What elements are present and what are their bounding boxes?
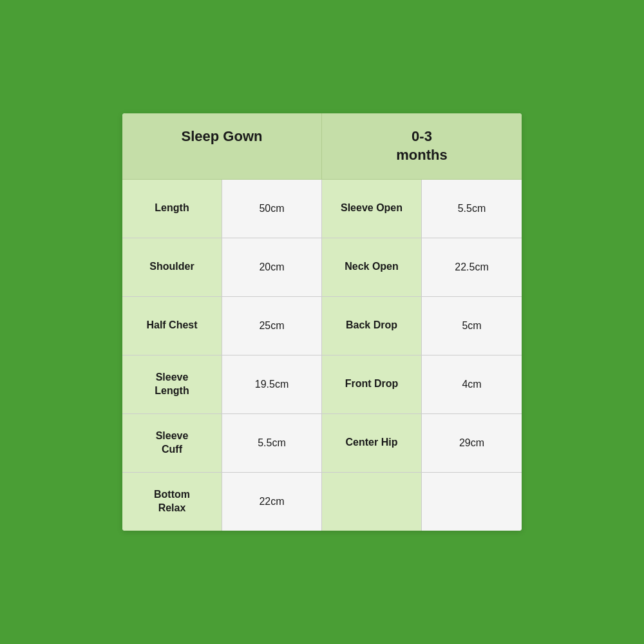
left-label: Length	[122, 180, 222, 238]
right-value: 5cm	[422, 297, 522, 355]
table-row: Bottom Relax22cm	[122, 473, 522, 531]
right-value: 5.5cm	[422, 180, 522, 238]
right-value	[422, 473, 522, 531]
table-row: Sleeve Length19.5cmFront Drop4cm	[122, 355, 522, 414]
left-value: 25cm	[222, 297, 322, 355]
table-row: Half Chest25cmBack Drop5cm	[122, 297, 522, 355]
right-label	[322, 473, 422, 531]
left-label: Sleeve Length	[122, 355, 222, 413]
left-value: 22cm	[222, 473, 322, 531]
left-value: 20cm	[222, 238, 322, 296]
right-label: Front Drop	[322, 355, 422, 413]
left-value: 50cm	[222, 180, 322, 238]
table-row: Sleeve Cuff5.5cmCenter Hip29cm	[122, 414, 522, 473]
right-value: 22.5cm	[422, 238, 522, 296]
right-value: 29cm	[422, 414, 522, 472]
right-value: 4cm	[422, 355, 522, 413]
size-chart-table: Sleep Gown 0-3 months Length50cmSleeve O…	[122, 113, 522, 530]
table-row: Shoulder20cmNeck Open22.5cm	[122, 238, 522, 297]
table-header: Sleep Gown 0-3 months	[122, 113, 522, 179]
right-label: Back Drop	[322, 297, 422, 355]
right-label: Neck Open	[322, 238, 422, 296]
right-label: Center Hip	[322, 414, 422, 472]
right-label: Sleeve Open	[322, 180, 422, 238]
left-value: 19.5cm	[222, 355, 322, 413]
table-body: Length50cmSleeve Open5.5cmShoulder20cmNe…	[122, 180, 522, 531]
header-size: 0-3 months	[322, 113, 522, 178]
left-label: Sleeve Cuff	[122, 414, 222, 472]
header-product-name: Sleep Gown	[122, 113, 322, 178]
left-label: Bottom Relax	[122, 473, 222, 531]
table-row: Length50cmSleeve Open5.5cm	[122, 180, 522, 238]
left-label: Half Chest	[122, 297, 222, 355]
left-label: Shoulder	[122, 238, 222, 296]
left-value: 5.5cm	[222, 414, 322, 472]
